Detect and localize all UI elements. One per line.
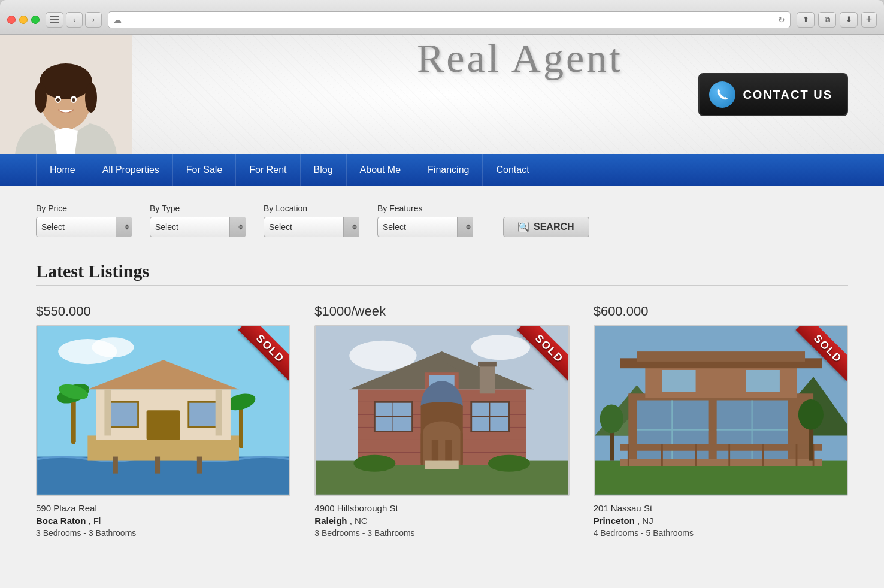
nav-item-for-rent[interactable]: For Rent [236, 154, 300, 186]
listing-price-3: $600.000 [594, 304, 848, 319]
listing-image-3[interactable] [594, 325, 848, 496]
price-filter-group: By Price Select [36, 204, 132, 237]
forward-button[interactable]: › [85, 12, 102, 28]
search-btn-label: SEARCH [534, 222, 574, 232]
svg-rect-66 [478, 362, 497, 366]
svg-point-16 [92, 337, 134, 357]
cloud-icon: ☁ [113, 15, 122, 25]
address-bar[interactable]: ☁ ↻ [108, 11, 791, 28]
svg-rect-71 [595, 461, 847, 495]
svg-rect-27 [189, 402, 218, 427]
type-select-wrapper: Select [150, 217, 246, 237]
phone-icon [709, 81, 735, 108]
type-select[interactable]: Select [150, 217, 246, 237]
svg-point-96 [600, 405, 623, 434]
svg-point-36 [471, 335, 530, 360]
agent-photo [0, 35, 132, 154]
svg-rect-84 [620, 459, 822, 466]
svg-rect-26 [108, 402, 138, 427]
location-filter-label: By Location [264, 204, 359, 213]
svg-rect-85 [620, 444, 822, 451]
svg-point-59 [423, 422, 461, 442]
price-select-wrapper: Select [36, 217, 132, 237]
browser-chrome: ‹ › ☁ ↻ ⬆ ⧉ ⬇ + [0, 0, 884, 35]
search-icon: 🔍 [518, 222, 529, 232]
svg-rect-0 [50, 16, 59, 17]
search-filters: By Price Select By Type Select [0, 186, 884, 249]
price-filter-label: By Price [36, 204, 132, 213]
nav-item-financing[interactable]: Financing [414, 154, 483, 186]
nav-item-home[interactable]: Home [36, 154, 89, 186]
svg-rect-31 [113, 457, 117, 474]
svg-rect-2 [50, 22, 59, 23]
maximize-button[interactable] [31, 16, 40, 24]
listing-image-2[interactable] [314, 325, 569, 496]
contact-us-button[interactable]: CONTACT US [698, 73, 848, 116]
features-filter-group: By Features Select [377, 204, 473, 237]
svg-point-8 [35, 83, 47, 113]
svg-point-12 [56, 98, 60, 102]
svg-rect-1 [50, 19, 59, 20]
type-filter-group: By Type Select [150, 204, 246, 237]
svg-point-9 [85, 83, 97, 113]
listings-title: Latest Listings [36, 261, 848, 281]
nav-item-all-properties[interactable]: All Properties [89, 154, 173, 186]
svg-point-94 [798, 399, 823, 430]
svg-point-64 [488, 455, 530, 472]
listing-card-1[interactable]: $550.000 [36, 304, 290, 538]
listing-price-1: $550.000 [36, 304, 290, 319]
nav-buttons: ‹ › [46, 12, 102, 28]
search-button[interactable]: 🔍 SEARCH [503, 217, 589, 237]
svg-point-13 [72, 98, 75, 102]
minimize-button[interactable] [19, 16, 28, 24]
svg-rect-80 [662, 370, 695, 392]
listing-price-2: $1000/week [314, 304, 569, 319]
svg-point-63 [354, 455, 396, 472]
listing-image-1[interactable] [36, 325, 290, 496]
new-tab-button[interactable]: + [861, 12, 877, 28]
listing-card-3[interactable]: $600.000 [594, 304, 848, 538]
site-header: Real Agent CONTACT US [0, 35, 884, 154]
back-button[interactable]: ‹ [66, 12, 83, 28]
location-filter-group: By Location Select [264, 204, 359, 237]
share-button[interactable]: ⬆ [797, 12, 815, 28]
nav-item-about-me[interactable]: About Me [347, 154, 414, 186]
price-select[interactable]: Select [36, 217, 132, 237]
listing-city-2: Raleigh , NC [314, 516, 569, 526]
reload-button[interactable]: ↻ [778, 15, 785, 25]
nav-item-blog[interactable]: Blog [301, 154, 347, 186]
listing-card-2[interactable]: $1000/week [314, 304, 569, 538]
nav-item-for-sale[interactable]: For Sale [173, 154, 236, 186]
location-select-wrapper: Select [264, 217, 359, 237]
svg-rect-83 [637, 351, 805, 362]
main-navbar: Home All Properties For Sale For Rent Bl… [0, 154, 884, 186]
listings-grid: $550.000 [36, 304, 848, 538]
svg-rect-22 [37, 457, 289, 495]
listings-section: Latest Listings $550.000 [0, 249, 884, 562]
sidebar-toggle-button[interactable] [46, 12, 63, 28]
svg-rect-62 [425, 461, 459, 469]
listing-city-1: Boca Raton , Fl [36, 516, 290, 526]
svg-rect-32 [155, 457, 160, 474]
listing-city-3: Princeton , NJ [594, 516, 848, 526]
svg-rect-28 [147, 410, 180, 440]
listing-address-3: 201 Nassau St [594, 503, 848, 513]
features-select-wrapper: Select [377, 217, 473, 237]
nav-item-contact[interactable]: Contact [483, 154, 543, 186]
download-button[interactable]: ⬇ [840, 12, 858, 28]
features-filter-label: By Features [377, 204, 473, 213]
svg-point-57 [421, 402, 463, 410]
close-button[interactable] [7, 16, 16, 24]
svg-rect-29 [104, 389, 111, 435]
copy-button[interactable]: ⧉ [818, 12, 836, 28]
listing-details-2: 3 Bedrooms - 3 Bathrooms [314, 528, 569, 538]
features-select[interactable]: Select [377, 217, 473, 237]
svg-rect-30 [216, 389, 222, 435]
listings-divider [36, 285, 848, 286]
listing-details-3: 4 Bedrooms - 5 Bathrooms [594, 528, 848, 538]
type-filter-label: By Type [150, 204, 246, 213]
location-select[interactable]: Select [264, 217, 359, 237]
svg-rect-81 [746, 370, 779, 392]
traffic-lights [7, 16, 40, 24]
contact-us-label: CONTACT US [743, 88, 832, 102]
